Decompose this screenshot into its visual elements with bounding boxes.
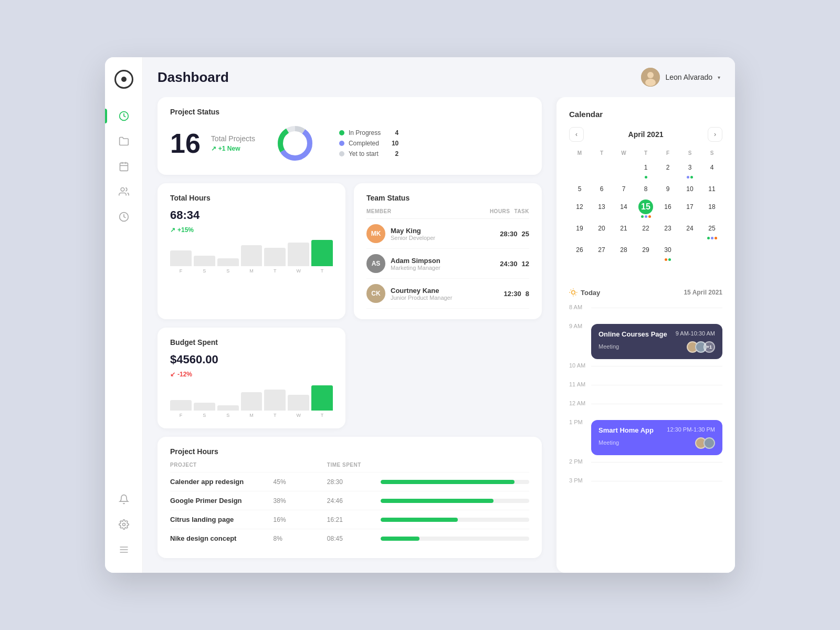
team-member-row: CK Courtney Kane Junior Product Manager … bbox=[366, 279, 529, 309]
main-area: Project Status 16 Total Projects ↗ +1 Ne… bbox=[143, 97, 735, 573]
ph-percent: 38% bbox=[274, 497, 323, 505]
time-label: 2 PM bbox=[569, 457, 586, 465]
cal-event-dot bbox=[645, 176, 647, 178]
bar-label: T bbox=[311, 268, 333, 274]
cal-day[interactable]: 17 bbox=[679, 198, 700, 219]
member-role: Junior Product Manager bbox=[391, 295, 452, 301]
member-info: CK Courtney Kane Junior Product Manager bbox=[366, 284, 500, 303]
cal-day[interactable]: 8 bbox=[635, 181, 656, 197]
total-hours-title: Total Hours bbox=[170, 194, 333, 202]
cal-day[interactable]: 21 bbox=[613, 220, 634, 240]
ph-header: PROJECT TIME SPENT bbox=[170, 462, 529, 472]
sidebar-item-projects[interactable] bbox=[113, 131, 134, 152]
project-status-card: Project Status 16 Total Projects ↗ +1 Ne… bbox=[158, 97, 542, 175]
budget-change: ↙ -12% bbox=[170, 371, 333, 378]
user-menu[interactable]: Leon Alvarado ▾ bbox=[641, 68, 720, 87]
sidebar-item-notifications[interactable] bbox=[113, 489, 134, 510]
sidebar-item-team[interactable] bbox=[113, 181, 134, 202]
calendar-title: Calendar bbox=[569, 110, 722, 119]
member-avatar: CK bbox=[366, 284, 385, 303]
cal-event-dot bbox=[645, 215, 647, 218]
cal-day[interactable]: 30 bbox=[657, 242, 678, 262]
event-time: 9 AM-10:30 AM bbox=[676, 330, 715, 337]
event-card[interactable]: Smart Home App 12:30 PM-1:30 PM Meeting bbox=[591, 420, 722, 455]
bar-label: F bbox=[170, 413, 192, 418]
bar bbox=[170, 400, 192, 411]
team-members-list: MK May King Senior Developer 28:30 25 AS… bbox=[366, 219, 529, 309]
ph-bar-track bbox=[381, 499, 529, 503]
cal-day[interactable]: 26 bbox=[569, 242, 590, 262]
cal-day[interactable]: 24 bbox=[679, 220, 700, 240]
ph-bar-fill bbox=[381, 480, 514, 484]
bar bbox=[194, 403, 215, 411]
cal-day bbox=[569, 159, 590, 180]
event-avatars: +1 bbox=[687, 341, 715, 353]
cal-day[interactable]: 1 bbox=[635, 159, 656, 180]
bar-label: T bbox=[264, 268, 286, 274]
svg-point-12 bbox=[647, 72, 654, 78]
bar bbox=[241, 392, 262, 411]
cal-day[interactable]: 6 bbox=[591, 181, 612, 197]
cal-day[interactable]: 9 bbox=[657, 181, 678, 197]
bar-label: M bbox=[241, 413, 262, 418]
ph-bar-track bbox=[381, 537, 529, 541]
cal-day[interactable]: 22 bbox=[635, 220, 656, 240]
bar bbox=[264, 248, 286, 266]
ph-time: 28:30 bbox=[327, 478, 376, 486]
time-slots: 8 AM9 AM Online Courses Page 9 AM-10:30 … bbox=[569, 303, 722, 495]
ph-bar-fill bbox=[381, 537, 419, 541]
cal-day[interactable]: 29 bbox=[635, 242, 656, 262]
cal-day[interactable]: 23 bbox=[657, 220, 678, 240]
member-info: AS Adam Simpson Marketing Manager bbox=[366, 254, 496, 273]
cal-day[interactable]: 13 bbox=[591, 198, 612, 219]
cal-day[interactable]: 15 bbox=[635, 198, 656, 219]
cal-day[interactable]: 7 bbox=[613, 181, 634, 197]
team-member-row: MK May King Senior Developer 28:30 25 bbox=[366, 219, 529, 249]
event-time: 12:30 PM-1:30 PM bbox=[667, 426, 715, 433]
cal-day[interactable]: 18 bbox=[701, 198, 722, 219]
cal-month: April 2021 bbox=[628, 130, 664, 139]
cal-day[interactable]: 10 bbox=[679, 181, 700, 197]
cal-day[interactable]: 16 bbox=[657, 198, 678, 219]
cal-day[interactable]: 5 bbox=[569, 181, 590, 197]
event-name: Smart Home App bbox=[598, 426, 654, 434]
cal-event-dot bbox=[690, 176, 693, 178]
ph-percent: 45% bbox=[274, 478, 323, 486]
cal-day[interactable]: 4 bbox=[701, 159, 722, 180]
bell-icon bbox=[119, 494, 129, 505]
sidebar-item-dashboard[interactable] bbox=[113, 106, 134, 127]
sidebar-item-time[interactable] bbox=[113, 206, 134, 227]
event-card[interactable]: Online Courses Page 9 AM-10:30 AM Meetin… bbox=[591, 324, 722, 359]
cal-next-button[interactable]: › bbox=[708, 127, 722, 142]
cal-day[interactable]: 28 bbox=[613, 242, 634, 262]
total-hours-card: Total Hours 68:34 ↗ +15% FSSMTWT bbox=[158, 183, 345, 319]
cal-day bbox=[569, 263, 590, 280]
cal-day[interactable]: 2 bbox=[657, 159, 678, 180]
cal-day[interactable]: 20 bbox=[591, 220, 612, 240]
bar bbox=[264, 390, 286, 411]
donut-chart bbox=[274, 122, 316, 164]
cal-day[interactable]: 27 bbox=[591, 242, 612, 262]
cal-day[interactable]: 25 bbox=[701, 220, 722, 240]
sidebar-item-menu[interactable] bbox=[113, 539, 134, 560]
cal-event-dot bbox=[711, 237, 713, 239]
cal-day[interactable]: 3 bbox=[679, 159, 700, 180]
cal-day-header: F bbox=[657, 148, 678, 158]
sidebar-item-calendar[interactable] bbox=[113, 156, 134, 177]
time-label: 9 AM bbox=[569, 322, 586, 329]
project-hours-row: Google Primer Design 38% 24:46 bbox=[170, 491, 529, 510]
member-role: Marketing Manager bbox=[391, 265, 440, 271]
cal-day[interactable]: 14 bbox=[613, 198, 634, 219]
cal-prev-button[interactable]: ‹ bbox=[569, 127, 584, 142]
dashboard-icon bbox=[119, 111, 129, 121]
cal-day[interactable]: 19 bbox=[569, 220, 590, 240]
sidebar-item-settings[interactable] bbox=[113, 514, 134, 535]
ph-bar-track bbox=[381, 518, 529, 522]
time-slot: 1 PM Smart Home App 12:30 PM-1:30 PM Mee… bbox=[569, 418, 722, 457]
chevron-down-icon: ▾ bbox=[718, 75, 720, 80]
cal-day[interactable]: 12 bbox=[569, 198, 590, 219]
budget-bar-chart bbox=[170, 384, 333, 411]
clock-icon bbox=[119, 212, 129, 222]
cal-day[interactable]: 11 bbox=[701, 181, 722, 197]
member-tasks: 25 bbox=[522, 230, 529, 238]
